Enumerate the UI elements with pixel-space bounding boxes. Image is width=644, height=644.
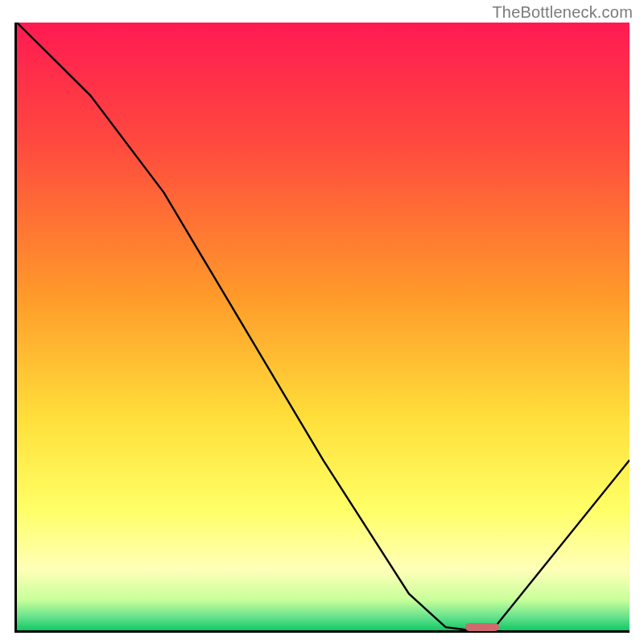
- optimal-marker: [465, 623, 499, 631]
- bottleneck-chart: [14, 23, 630, 633]
- chart-svg: [17, 23, 630, 630]
- chart-background: [17, 23, 630, 630]
- watermark-text: TheBottleneck.com: [492, 3, 633, 22]
